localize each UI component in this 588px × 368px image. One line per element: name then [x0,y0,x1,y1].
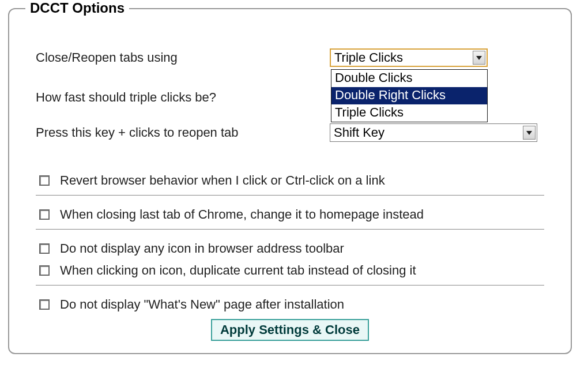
options-content: Close/Reopen tabs using Triple Clicks Do… [9,9,571,347]
checkbox-icon[interactable] [39,265,50,276]
dropdown-option-double-right-clicks[interactable]: Double Right Clicks [331,87,487,104]
label-close-reopen: Close/Reopen tabs using [36,50,330,65]
check-no-icon-label: Do not display any icon in browser addre… [60,241,344,256]
check-no-whats-new[interactable]: Do not display "What's New" page after i… [36,297,544,312]
check-duplicate-tab-label: When clicking on icon, duplicate current… [60,263,416,278]
check-no-icon[interactable]: Do not display any icon in browser addre… [36,241,544,256]
separator [36,285,544,286]
apply-settings-button[interactable]: Apply Settings & Close [211,319,369,341]
checkbox-icon[interactable] [39,209,50,220]
chevron-down-icon [476,56,482,60]
checkbox-icon[interactable] [39,243,50,254]
dcct-options-fieldset: DCCT Options Close/Reopen tabs using Tri… [8,8,572,354]
checkbox-block: Revert browser behavior when I click or … [36,173,544,341]
check-duplicate-tab[interactable]: When clicking on icon, duplicate current… [36,263,544,278]
dropdown-option-triple-clicks[interactable]: Triple Clicks [331,104,487,122]
label-triple-speed: How fast should triple clicks be? [36,90,216,105]
chevron-down-icon [526,131,532,135]
separator [36,195,544,196]
select-close-reopen-value: Triple Clicks [334,50,403,65]
apply-button-wrap: Apply Settings & Close [36,319,544,341]
row-reopen-key: Press this key + clicks to reopen tab Sh… [36,123,543,142]
select-close-reopen[interactable]: Triple Clicks Double Clicks Double Right… [330,48,488,67]
check-no-whats-new-label: Do not display "What's New" page after i… [60,297,344,312]
select-reopen-key-value: Shift Key [334,125,385,140]
row-triple-speed: How fast should triple clicks be? [36,90,216,105]
label-reopen-key: Press this key + clicks to reopen tab [36,125,330,140]
dropdown-close-reopen: Double Clicks Double Right Clicks Triple… [331,69,488,122]
checkbox-icon[interactable] [39,299,50,310]
check-revert-behavior[interactable]: Revert browser behavior when I click or … [36,173,544,188]
separator [36,229,544,230]
check-last-tab-homepage[interactable]: When closing last tab of Chrome, change … [36,207,544,222]
checkbox-icon[interactable] [39,175,50,186]
dropdown-option-double-clicks[interactable]: Double Clicks [331,70,487,87]
check-last-tab-homepage-label: When closing last tab of Chrome, change … [60,207,424,222]
row-close-reopen: Close/Reopen tabs using Triple Clicks Do… [36,46,544,69]
select-reopen-key-button[interactable] [523,126,536,140]
check-revert-behavior-label: Revert browser behavior when I click or … [60,173,385,188]
select-close-reopen-button[interactable] [473,51,485,65]
select-reopen-key[interactable]: Shift Key [330,123,537,142]
